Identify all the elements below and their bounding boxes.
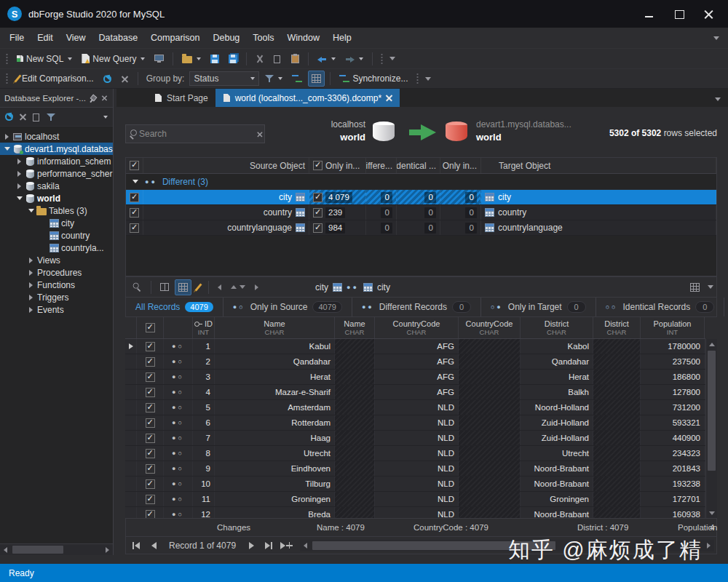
menu-item-help[interactable]: Help [326,30,358,46]
close-button[interactable] [704,9,713,19]
column-header-district-source[interactable]: District CHAR [521,317,593,338]
column-header-name-source[interactable]: Name CHAR [215,317,335,338]
column-header-countrycode-source[interactable]: CountryCode CHAR [375,317,459,338]
explorer-filter-icon[interactable] [47,113,55,121]
row-checkbox[interactable] [146,495,155,504]
tab-all-records[interactable]: All Records 4079 [126,298,223,316]
expand-icon[interactable] [15,183,24,189]
collapse-icon[interactable] [26,209,36,212]
table-row[interactable]: ●○ 12 Breda NLD Noord-Brabant 160938 [125,507,705,518]
expand-icon[interactable] [26,258,36,263]
new-query-button[interactable]: New Query [78,51,149,67]
close-panel-icon[interactable] [101,95,108,101]
search-box[interactable] [125,124,265,143]
collapse-icon[interactable] [15,196,24,200]
column-header-district-target[interactable]: District CHAR [593,317,641,338]
row-checkbox[interactable] [130,193,139,202]
menu-item-debug[interactable]: Debug [206,30,246,46]
cut-button[interactable] [252,51,268,67]
toolbar-grip[interactable] [380,53,384,65]
tree-item-triggers[interactable]: Triggers [0,291,113,303]
table-row[interactable]: ●○ 7 Haag NLD Zuid-Holland 440900 [125,431,705,446]
comparison-row-countrylanguage[interactable]: countrylanguage 984 0 0 0 countrylanguag… [126,220,716,236]
scroll-left-icon[interactable] [0,544,11,555]
tab-list-icon[interactable] [715,97,721,101]
filter-button[interactable] [261,71,286,87]
scroll-down-icon[interactable] [706,508,717,518]
tab-identical-records[interactable]: ○○ Identical Records 0 [596,298,725,316]
grid-view-button[interactable] [687,279,703,295]
expand-icon[interactable] [15,171,24,177]
redo-button[interactable] [341,51,367,67]
expand-icon[interactable] [26,270,36,276]
paste-button[interactable] [288,51,303,67]
tab-only-in-source[interactable]: ●○ Only in Source 4079 [223,298,352,316]
synchronize-button[interactable]: Synchronize... [336,71,411,87]
table-row[interactable]: ●○ 1 Kabul AFG Kabol 1780000 [125,339,705,354]
group-by-dropdown-icon[interactable] [250,77,255,80]
select-all-records-cell[interactable] [137,317,164,338]
tree-item-city[interactable]: city [0,217,113,229]
tab-different-records[interactable]: ●● Different Records 0 [352,298,481,316]
edit-comparison-button[interactable]: Edit Comparison... [13,71,98,87]
row-checkbox[interactable] [146,418,155,428]
column-target-object[interactable]: Target Object [481,158,716,173]
copy-button[interactable] [270,51,285,67]
tree-item-country[interactable]: country [0,229,113,242]
expand-icon[interactable] [26,295,36,300]
column-different[interactable]: Differe... [366,158,397,173]
next-difference-button[interactable] [251,279,262,295]
tree-item-countrylanguage[interactable]: countryla... [0,242,113,254]
select-all-cell[interactable] [126,158,143,173]
expand-icon[interactable] [2,134,12,140]
tree-item-sakila[interactable]: sakila [0,180,113,192]
collapse-group-icon[interactable] [130,180,140,183]
tab-start-page[interactable]: Start Page [147,89,215,107]
row-checkbox[interactable] [146,434,155,443]
row-checkbox[interactable] [146,388,155,397]
table-row[interactable]: ●○ 2 Qandahar AFG Qandahar 237500 [125,354,705,370]
previous-record-button[interactable] [146,539,162,551]
menu-item-tools[interactable]: Tools [246,30,280,46]
layout-columns-button[interactable] [157,279,173,295]
column-header-name-target[interactable]: Name CHAR [335,317,375,338]
collapse-icon[interactable] [2,147,12,151]
comparison-row-city[interactable]: city 4 079 0 0 0 city [126,190,716,205]
select-all-checkbox[interactable] [130,161,139,170]
row-checkbox[interactable] [146,342,155,351]
group-by-select[interactable]: Status [189,71,259,86]
tab-only-in-target[interactable]: ○● Only in Target 0 [481,298,596,316]
difference-updown-button[interactable] [227,279,249,295]
filter-dropdown-icon[interactable] [278,77,282,80]
tree-item-localhost[interactable]: localhost [0,130,113,143]
select-all-checkbox[interactable] [146,323,155,332]
sync-checkbox[interactable] [313,223,323,233]
row-checkbox[interactable] [146,403,155,412]
new-query-dropdown-icon[interactable] [141,57,145,60]
last-record-button[interactable] [261,539,277,551]
tree-item-events[interactable]: Events [0,303,113,316]
column-only-in-target[interactable]: Only in... [440,158,481,173]
table-row[interactable]: ●○ 3 Herat AFG Herat 186800 [125,370,705,385]
swap-source-target-button[interactable] [288,71,306,87]
disconnect-icon[interactable] [19,113,27,121]
scrollbar-thumb[interactable] [708,351,716,471]
row-checkbox[interactable] [146,372,155,382]
previous-difference-button[interactable] [214,279,225,295]
row-checkbox[interactable] [146,357,155,367]
refresh-comparison-button[interactable] [100,71,115,87]
column-header-population[interactable]: Population INT [641,317,705,338]
auto-scroll-button[interactable] [129,279,146,295]
scroll-up-icon[interactable] [706,339,717,349]
tree-item-tables[interactable]: Tables (3) [0,204,113,217]
table-row[interactable]: ●○ 11 Groningen NLD Groningen 172701 [125,492,705,507]
tab-comparison-document[interactable]: world (localhost..._com-3306).dcomp* [215,89,400,107]
pin-icon[interactable] [90,95,98,102]
open-file-button[interactable] [178,51,205,67]
redo-dropdown-icon[interactable] [359,57,363,60]
checkbox[interactable] [313,161,323,170]
records-options-icon[interactable] [708,285,713,289]
tree-item-information-schema[interactable]: information_schem [0,155,113,167]
new-sql-dropdown-icon[interactable] [68,57,72,60]
menu-item-database[interactable]: Database [92,30,145,46]
